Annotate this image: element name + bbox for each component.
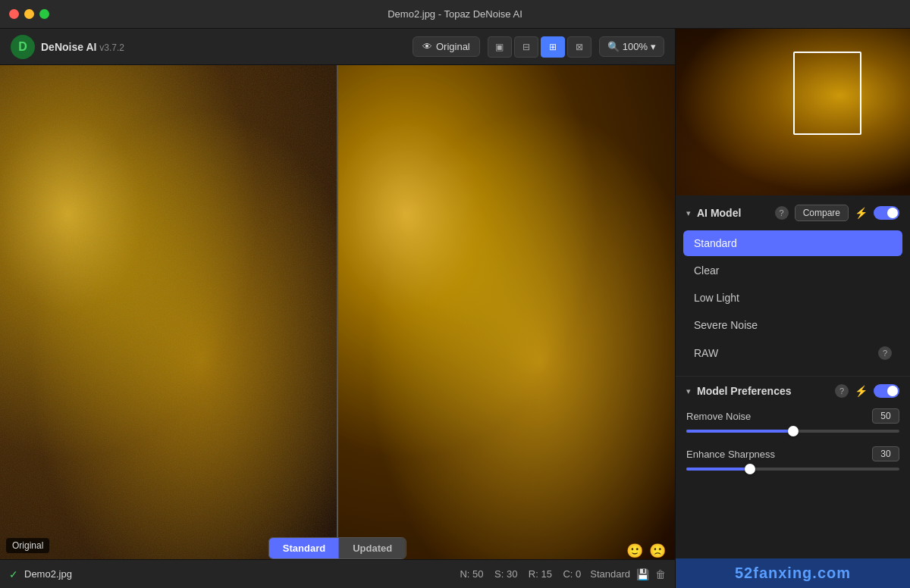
r-label: R: [529, 568, 538, 580]
n-label: N: [460, 568, 469, 580]
processed-image [338, 65, 675, 559]
model-list: Standard Clear Low Light Severe Noise RA… [676, 230, 910, 376]
window-title: Demo2.jpg - Topaz DeNoise AI [388, 8, 522, 20]
toolbar: D DeNoise AI v3.7.2 👁 Original ▣ ⊟ ⊞ ⊠ 🔍 [0, 29, 675, 65]
minimize-button[interactable] [24, 9, 34, 19]
status-model: Standard [590, 568, 630, 580]
lightning-icon: ⚡ [855, 207, 868, 219]
enhance-sharpness-slider-row: Enhance Sharpness 30 [686, 446, 899, 471]
enhance-sharpness-value[interactable]: 30 [872, 446, 899, 461]
original-label: Original [436, 41, 470, 52]
model-preferences-section: ▾ Model Preferences ? ⚡ Remove Noise 50 [676, 376, 910, 492]
view-single-button[interactable]: ▣ [488, 36, 512, 58]
status-bar: ✓ Demo2.jpg N: 50 S: 30 R: 15 C: 0 [0, 559, 675, 588]
remove-noise-value[interactable]: 50 [872, 408, 899, 424]
save-icon[interactable]: 💾 [636, 568, 649, 580]
thumbnail-selection-rect [793, 52, 861, 135]
model-item-severe-noise[interactable]: Severe Noise [683, 312, 902, 338]
frown-icon[interactable]: 🙁 [649, 543, 666, 559]
close-button[interactable] [9, 9, 19, 19]
badge-standard[interactable]: Standard [269, 538, 339, 558]
smiley-icon[interactable]: 🙂 [626, 543, 643, 559]
status-params: N: 50 S: 30 R: 15 C: 0 [460, 568, 581, 580]
sidebar: ▾ AI Model ? Compare ⚡ Standard Clear Lo… [675, 29, 910, 588]
status-center: N: 50 S: 30 R: 15 C: 0 Standard [460, 568, 630, 580]
enhance-sharpness-fill [686, 468, 750, 471]
enhance-sharpness-label: Enhance Sharpness [686, 449, 775, 460]
image-processed-half [338, 65, 675, 559]
model-item-standard[interactable]: Standard [683, 230, 902, 256]
check-icon: ✓ [9, 568, 18, 580]
remove-noise-slider-row: Remove Noise 50 [686, 408, 899, 433]
pref-lightning-icon: ⚡ [855, 385, 868, 397]
status-filename: Demo2.jpg [24, 568, 72, 580]
r-value: 15 [541, 568, 551, 580]
s-label: S: [494, 568, 504, 580]
remove-noise-track[interactable] [686, 430, 899, 433]
enhance-sharpness-track[interactable] [686, 468, 899, 471]
window-controls [9, 9, 49, 19]
model-item-low-light[interactable]: Low Light [683, 285, 902, 311]
compare-button[interactable]: Compare [795, 205, 849, 221]
remove-noise-label: Remove Noise [686, 411, 751, 422]
pref-collapse-icon[interactable]: ▾ [686, 386, 691, 396]
view-split-button[interactable]: ⊟ [514, 36, 538, 58]
status-left: ✓ Demo2.jpg [9, 568, 453, 580]
logo-area: D DeNoise AI v3.7.2 [11, 35, 124, 59]
zoom-button[interactable]: 🔍 100% ▾ [599, 36, 664, 57]
view-mode-buttons: ▣ ⊟ ⊞ ⊠ [488, 36, 592, 58]
model-item-raw[interactable]: RAW ? [683, 339, 902, 367]
status-right: 💾 🗑 [636, 568, 666, 580]
remove-noise-fill [686, 430, 793, 433]
c-value: 0 [576, 568, 581, 580]
image-area: Original [0, 65, 675, 559]
sidebar-controls: ▾ AI Model ? Compare ⚡ Standard Clear Lo… [676, 195, 910, 558]
zoom-chevron-icon: ▾ [651, 41, 656, 52]
enhance-sharpness-thumb[interactable] [745, 464, 755, 474]
app-body: D DeNoise AI v3.7.2 👁 Original ▣ ⊟ ⊞ ⊠ 🔍 [0, 29, 910, 588]
pref-toggle[interactable] [874, 384, 899, 398]
view-compare-button[interactable]: ⊞ [541, 36, 565, 58]
trash-icon[interactable]: 🗑 [655, 568, 666, 580]
original-image [0, 65, 337, 559]
logo-letter: D [18, 40, 27, 54]
model-preferences-label: Model Preferences [697, 385, 829, 397]
ai-model-help-icon[interactable]: ? [775, 206, 789, 220]
eye-icon: 👁 [422, 41, 432, 52]
zoom-level: 100% [623, 41, 648, 52]
ai-model-section-header: ▾ AI Model ? Compare ⚡ [676, 195, 910, 230]
watermark: 52fanxing.com [676, 558, 910, 588]
ai-model-label: AI Model [697, 207, 769, 219]
view-side-button[interactable]: ⊠ [567, 36, 592, 58]
maximize-button[interactable] [39, 9, 49, 19]
ai-model-toggle[interactable] [874, 206, 899, 220]
app-logo-icon: D [11, 35, 35, 59]
original-button[interactable]: 👁 Original [413, 36, 480, 57]
remove-noise-thumb[interactable] [788, 426, 799, 436]
pref-help-icon[interactable]: ? [835, 384, 849, 398]
app-name: DeNoise AI v3.7.2 [41, 41, 124, 53]
original-image-label: Original [6, 538, 49, 553]
thumbnail-area [676, 29, 910, 195]
app-version: v3.7.2 [99, 42, 124, 53]
model-item-clear[interactable]: Clear [683, 258, 902, 283]
model-preferences-header: ▾ Model Preferences ? ⚡ [686, 384, 899, 398]
title-bar: Demo2.jpg - Topaz DeNoise AI [0, 0, 910, 29]
collapse-icon[interactable]: ▾ [686, 208, 691, 218]
raw-help-icon[interactable]: ? [878, 346, 892, 360]
n-value: 50 [472, 568, 483, 580]
image-original-half: Original [0, 65, 337, 559]
badge-updated: Updated [339, 538, 406, 558]
c-label: C: [563, 568, 573, 580]
main-panel: D DeNoise AI v3.7.2 👁 Original ▣ ⊟ ⊞ ⊠ 🔍 [0, 29, 675, 588]
zoom-icon: 🔍 [607, 41, 620, 52]
s-value: 30 [507, 568, 517, 580]
